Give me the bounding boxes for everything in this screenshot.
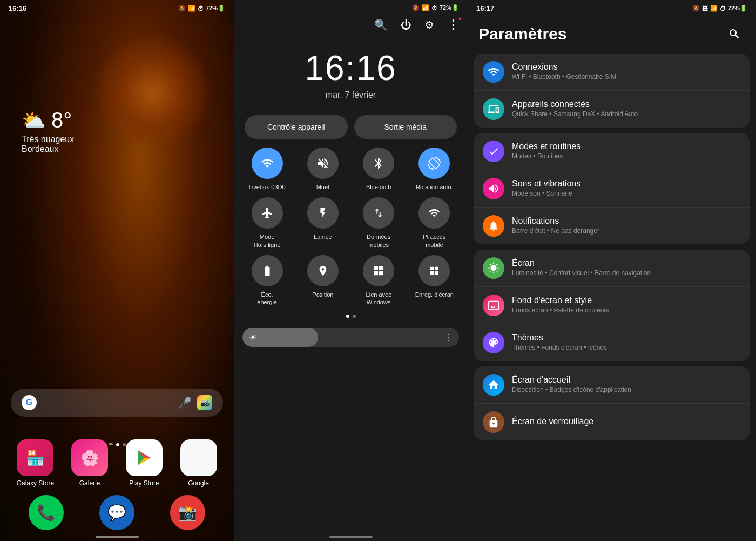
qs-date: mar. 7 février [234, 90, 468, 100]
sons-subtitle: Mode son • Sonnerie [512, 190, 741, 198]
qs-tile-hotspot[interactable]: Pt accès mobile [410, 197, 459, 249]
settings-item-notifications[interactable]: Notifications Barre d'état • Ne pas déra… [474, 208, 750, 244]
qs-tile-location[interactable]: Position [298, 255, 347, 306]
sons-icon [483, 178, 504, 199]
qs-top-icons: 🔍 ⏻ ⚙ ⋮ [234, 16, 468, 37]
qs-mute-icon: 🔕 [412, 4, 420, 11]
settings-item-themes[interactable]: Thèmes Thèmes • Fonds d'écran • Icônes [474, 324, 750, 361]
notifications-title: Notifications [512, 216, 741, 226]
mic-icon[interactable]: 🎤 [178, 396, 192, 409]
settings-status-icons: 🔕 🖼 📶 ⏱ 72%🔋 [692, 5, 747, 12]
qs-tile-airplane[interactable]: Mode Hors ligne [242, 197, 292, 249]
qs-status-bar: 🔕 📶 ⏱ 72%🔋 [234, 0, 468, 16]
ecran-text: Écran Luminosité • Confort visuel • Barr… [512, 258, 741, 278]
qs-hotspot-icon [418, 197, 450, 229]
qs-tile-battery[interactable]: Éco. énergie [242, 255, 292, 306]
settings-item-sons[interactable]: Sons et vibrations Mode son • Sonnerie [474, 170, 750, 208]
status-icons-home: 🔕 📶 ⏱ 72%🔋 [178, 5, 225, 12]
galerie-icon: 🌸 [71, 439, 108, 476]
settings-item-appareils[interactable]: Appareils connectés Quick Share • Samsun… [474, 91, 750, 128]
controle-appareil-button[interactable]: Contrôle appareil [245, 115, 348, 139]
qs-record-label: Enreg. d'écran [415, 291, 454, 298]
home-screen: 16:16 🔕 📶 ⏱ 72%🔋 ⛅ 8° Très nuageux Borde… [0, 0, 234, 541]
settings-group-1: Connexions Wi-Fi • Bluetooth • Gestionna… [474, 54, 750, 128]
sons-text: Sons et vibrations Mode son • Sonnerie [512, 179, 741, 198]
settings-search-button[interactable] [724, 23, 745, 45]
settings-item-accueil[interactable]: Écran d'accueil Disposition • Badges d'i… [474, 366, 750, 404]
google-label: Google [188, 479, 209, 487]
qs-tile-rotation[interactable]: Rotation auto. [410, 148, 459, 191]
galaxy-store-icon: 🏪 [17, 439, 53, 476]
page-dot-2 [116, 443, 119, 446]
brightness-icon: ☀ [249, 332, 256, 343]
app-galaxy-store[interactable]: 🏪 Galaxy Store [11, 439, 60, 487]
notifications-text: Notifications Barre d'état • Ne pas déra… [512, 216, 741, 236]
app-play-store[interactable]: Play Store [120, 439, 169, 487]
weather-description: Très nuageux [22, 135, 74, 144]
qs-signal-icon: 📶 [422, 4, 429, 11]
accueil-title: Écran d'accueil [512, 375, 741, 385]
qs-clock: 16:16 mar. 7 février [234, 37, 468, 104]
settings-item-connexions[interactable]: Connexions Wi-Fi • Bluetooth • Gestionna… [474, 54, 750, 91]
qs-brightness-more-icon[interactable]: ⋮ [444, 332, 453, 343]
settings-panel: 16:17 🔕 🖼 📶 ⏱ 72%🔋 Paramètres [468, 0, 756, 541]
qs-brightness-slider[interactable]: ☀ ⋮ [242, 328, 459, 347]
modes-icon [483, 141, 504, 162]
qs-tile-wifi[interactable]: Livebox-03D0 [242, 148, 292, 191]
verrouillage-icon [483, 411, 504, 433]
qs-torch-label: Lampe [314, 233, 332, 241]
settings-item-modes[interactable]: Modes et routines Modes • Routines [474, 133, 750, 170]
status-time-home: 16:16 [9, 4, 26, 12]
qs-tiles-row1: Livebox-03D0 Muet Bluetooth [234, 148, 468, 306]
themes-text: Thèmes Thèmes • Fonds d'écran • Icônes [512, 333, 741, 352]
settings-signal-icon: 📶 [710, 5, 718, 12]
app-messages[interactable]: 💬 [99, 495, 134, 530]
search-bar[interactable]: G 🎤 📷 [11, 389, 223, 417]
qs-tile-mute[interactable]: Muet [298, 148, 347, 191]
app-google[interactable]: Google [174, 439, 223, 487]
connexions-icon [483, 61, 504, 83]
qs-record-icon [418, 255, 450, 286]
settings-battery-text: 72%🔋 [728, 5, 747, 12]
connexions-text: Connexions Wi-Fi • Bluetooth • Gestionna… [512, 62, 741, 82]
dock: 📞 💬 📸 [11, 495, 223, 530]
notifications-subtitle: Barre d'état • Ne pas déranger [512, 227, 741, 236]
appareils-subtitle: Quick Share • Samsung DeX • Android Auto [512, 110, 741, 119]
qs-tile-record[interactable]: Enreg. d'écran [410, 255, 459, 306]
qs-power-icon[interactable]: ⏻ [401, 19, 411, 31]
camera-search-icon[interactable]: 📷 [197, 395, 212, 410]
app-galerie[interactable]: 🌸 Galerie [65, 439, 114, 487]
qs-settings-icon[interactable]: ⚙ [424, 18, 434, 31]
fond-icon [483, 295, 504, 316]
qs-search-icon[interactable]: 🔍 [374, 18, 388, 31]
qs-tile-bluetooth[interactable]: Bluetooth [354, 148, 403, 191]
qs-rotation-icon [418, 148, 450, 179]
qs-time: 16:16 [234, 48, 468, 88]
app-grid: 🏪 Galaxy Store 🌸 Galerie Play Store [11, 439, 223, 487]
qs-location-icon [307, 255, 339, 286]
fond-text: Fond d'écran et style Fonds écran • Pale… [512, 296, 741, 315]
qs-media-buttons: Contrôle appareil Sortie média [234, 104, 468, 148]
themes-title: Thèmes [512, 333, 741, 343]
fond-title: Fond d'écran et style [512, 296, 741, 305]
ecran-subtitle: Luminosité • Confort visuel • Barre de n… [512, 269, 741, 278]
qs-dot-2 [353, 315, 356, 318]
weather-widget: ⛅ 8° Très nuageux Bordeaux [22, 108, 74, 154]
qs-tile-data[interactable]: Données mobiles [354, 197, 403, 249]
ecran-title: Écran [512, 258, 741, 268]
sortie-media-button[interactable]: Sortie média [354, 115, 457, 139]
qs-page-dots [234, 306, 468, 323]
settings-item-ecran[interactable]: Écran Luminosité • Confort visuel • Barr… [474, 250, 750, 287]
app-phone[interactable]: 📞 [29, 495, 64, 530]
qs-hotspot-label: Pt accès mobile [423, 233, 446, 249]
qs-tile-windows[interactable]: Lien avec Windows [354, 255, 403, 306]
page-dots [109, 443, 126, 446]
settings-item-verrouillage[interactable]: Écran de verrouillage [474, 404, 750, 440]
qs-more-icon[interactable]: ⋮ [447, 18, 459, 32]
phone-icon: 📞 [29, 495, 64, 530]
settings-item-fond[interactable]: Fond d'écran et style Fonds écran • Pale… [474, 287, 750, 324]
qs-tile-torch[interactable]: Lampe [298, 197, 347, 249]
app-camera[interactable]: 📸 [170, 495, 205, 530]
google-logo: G [22, 395, 37, 410]
qs-battery-label: Éco. énergie [257, 291, 277, 306]
